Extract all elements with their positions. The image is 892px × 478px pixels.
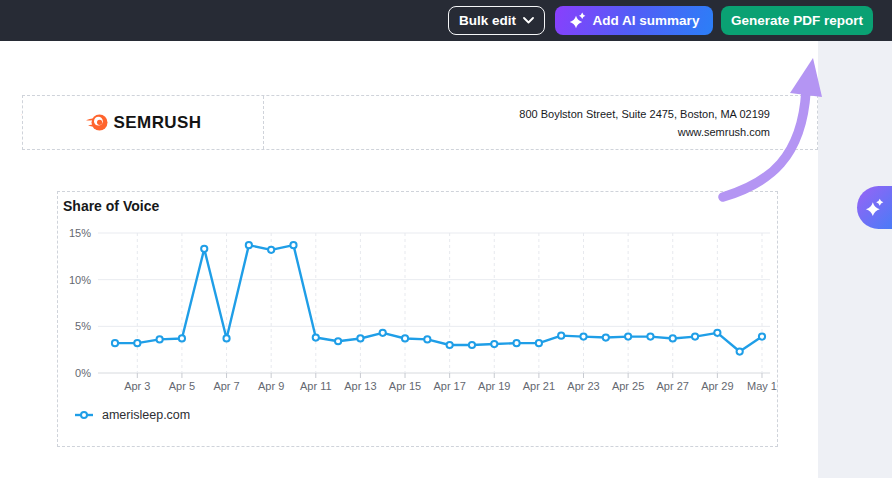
data-point — [625, 334, 631, 340]
y-axis-label: 10% — [69, 274, 91, 286]
data-point — [647, 334, 653, 340]
x-axis-label: Apr 21 — [523, 380, 555, 392]
data-point — [491, 341, 497, 347]
screen: Bulk edit Add AI summary Generate PDF re… — [0, 0, 892, 478]
data-point — [536, 340, 542, 346]
data-point — [670, 335, 676, 341]
x-axis-label: Apr 25 — [612, 380, 644, 392]
data-point — [290, 242, 296, 248]
legend-item-amerisleep[interactable]: amerisleep.com — [74, 408, 190, 422]
data-point — [558, 333, 564, 339]
add-ai-summary-button[interactable]: Add AI summary — [555, 6, 713, 35]
x-axis-label: May 1 — [747, 380, 777, 392]
report-logo-cell: SEMRUSH — [23, 96, 264, 149]
data-point — [112, 340, 118, 346]
x-axis-label: Apr 7 — [213, 380, 239, 392]
data-point — [335, 338, 341, 344]
company-address: 800 Boylston Street, Suite 2475, Boston,… — [264, 108, 770, 120]
report-header: SEMRUSH 800 Boylston Street, Suite 2475,… — [22, 95, 818, 150]
data-point — [402, 335, 408, 341]
x-axis-label: Apr 29 — [701, 380, 733, 392]
data-point — [157, 336, 163, 342]
x-axis-label: Apr 19 — [478, 380, 510, 392]
data-point — [447, 342, 453, 348]
legend-label: amerisleep.com — [102, 408, 190, 422]
legend-line-marker-icon — [74, 409, 94, 421]
sparkle-icon — [569, 12, 586, 29]
data-point — [692, 334, 698, 340]
x-axis-label: Apr 11 — [300, 380, 332, 392]
topbar: Bulk edit Add AI summary Generate PDF re… — [0, 0, 892, 41]
data-point — [134, 340, 140, 346]
data-point — [313, 334, 319, 340]
data-point — [246, 242, 252, 248]
data-point — [513, 340, 519, 346]
data-point — [179, 335, 185, 341]
x-axis-label: Apr 23 — [567, 380, 599, 392]
share-of-voice-widget: 0%5%10%15%Apr 3Apr 5Apr 7Apr 9Apr 11Apr … — [57, 191, 778, 447]
series-line — [115, 245, 762, 351]
data-point — [737, 348, 743, 354]
add-ai-summary-label: Add AI summary — [593, 13, 700, 28]
y-axis-label: 5% — [75, 320, 91, 332]
y-axis-label: 15% — [69, 227, 91, 239]
data-point — [357, 335, 363, 341]
data-point — [268, 247, 274, 253]
data-point — [714, 330, 720, 336]
x-axis-label: Apr 3 — [124, 380, 150, 392]
data-point — [469, 342, 475, 348]
x-axis-label: Apr 17 — [433, 380, 465, 392]
generate-pdf-report-label: Generate PDF report — [731, 13, 863, 28]
x-axis-label: Apr 9 — [258, 380, 284, 392]
data-point — [424, 336, 430, 342]
bulk-edit-label: Bulk edit — [459, 13, 516, 28]
semrush-flame-icon — [85, 113, 108, 132]
y-axis-label: 0% — [75, 367, 91, 379]
period-row: Period Apr 24, 2025 – Apr 30, 2025 Compa… — [0, 41, 818, 83]
x-axis-label: Apr 27 — [657, 380, 689, 392]
data-point — [223, 335, 229, 341]
report-address-cell: 800 Boylston Street, Suite 2475, Boston,… — [264, 96, 817, 149]
data-point — [603, 334, 609, 340]
brand-name: SEMRUSH — [114, 113, 202, 133]
data-point — [380, 330, 386, 336]
chart-title: Share of Voice — [63, 198, 159, 214]
x-axis-label: Apr 13 — [344, 380, 376, 392]
bulk-edit-button[interactable]: Bulk edit — [448, 6, 545, 35]
company-website: www.semrush.com — [264, 126, 770, 138]
data-point — [201, 246, 207, 252]
sparkle-icon — [865, 198, 884, 217]
data-point — [580, 334, 586, 340]
data-point — [759, 334, 765, 340]
generate-pdf-report-button[interactable]: Generate PDF report — [721, 6, 873, 35]
chevron-down-icon — [523, 17, 534, 24]
right-rail — [818, 41, 892, 478]
ai-assistant-button[interactable] — [857, 186, 892, 229]
x-axis-label: Apr 5 — [169, 380, 195, 392]
x-axis-label: Apr 15 — [389, 380, 421, 392]
